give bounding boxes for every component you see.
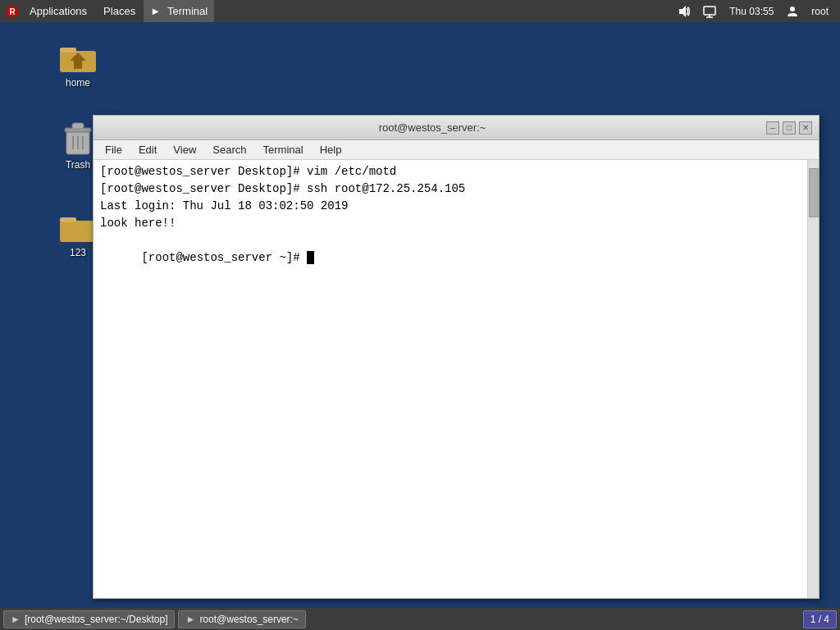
restore-button[interactable]: □	[783, 121, 796, 135]
folder-123-label: 123	[70, 247, 86, 258]
terminal-content[interactable]: [root@westos_server Desktop]# vim /etc/m…	[94, 160, 819, 598]
taskbar-item-root-label: root@westos_server:~	[199, 614, 299, 625]
svg-rect-13	[72, 123, 84, 129]
svg-rect-8	[60, 48, 76, 52]
username-label: root	[806, 0, 833, 22]
terminal-titlebar: root@westos_server:~ – □ ✕	[94, 116, 819, 140]
terminal-cursor	[307, 251, 314, 264]
home-folder-icon	[58, 36, 98, 75]
menu-file[interactable]: File	[97, 142, 130, 158]
svg-marker-2	[679, 6, 686, 17]
places-menu[interactable]: Places	[95, 0, 144, 22]
term-line-3: Last login: Thu Jul 18 03:02:50 2019	[100, 198, 812, 215]
term-line-5: [root@westos_server ~]#	[100, 232, 812, 284]
top-panel-right: Thu 03:55 root	[672, 0, 840, 22]
menu-terminal[interactable]: Terminal	[255, 142, 312, 158]
window-controls: – □ ✕	[765, 121, 812, 135]
terminal-tab-label: Terminal	[167, 5, 208, 17]
term-line-4: look here!!	[100, 215, 812, 232]
top-panel-left: R Applications Places ► Terminal	[0, 0, 672, 22]
svg-rect-10	[74, 61, 82, 69]
trash-icon-label: Trash	[66, 159, 90, 171]
terminal-title: root@westos_server:~	[100, 121, 765, 134]
terminal-panel-tab[interactable]: ► Terminal	[144, 0, 214, 22]
folder-123-icon	[58, 206, 98, 245]
display-icon[interactable]	[698, 0, 721, 22]
applications-menu[interactable]: Applications	[21, 0, 95, 22]
menu-search[interactable]: Search	[204, 142, 254, 158]
desktop-icon-home[interactable]: home	[45, 33, 111, 92]
terminal-tab-icon: ►	[150, 5, 161, 17]
distro-logo[interactable]: R	[3, 2, 21, 21]
svg-text:R: R	[9, 7, 16, 16]
minimize-button[interactable]: –	[766, 121, 779, 135]
menu-view[interactable]: View	[165, 142, 204, 158]
taskbar-item-root[interactable]: ► root@westos_server:~	[178, 610, 305, 628]
user-icon[interactable]	[782, 0, 803, 22]
term-prompt: [root@westos_server ~]#	[141, 251, 307, 264]
top-panel: R Applications Places ► Terminal	[0, 0, 840, 22]
workspace-pager[interactable]: 1 / 4	[803, 610, 837, 628]
taskbar-terminal-icon1: ►	[11, 614, 21, 625]
pager-label: 1 / 4	[810, 614, 829, 625]
terminal-menubar: File Edit View Search Terminal Help	[94, 140, 819, 160]
taskbar-item-desktop-label: [root@westos_server:~/Desktop]	[25, 614, 168, 625]
close-button[interactable]: ✕	[799, 121, 812, 135]
home-icon-label: home	[66, 77, 90, 89]
bottom-taskbar: ► [root@westos_server:~/Desktop] ► root@…	[0, 608, 840, 630]
terminal-scrollbar[interactable]	[807, 160, 819, 598]
volume-icon[interactable]	[672, 0, 695, 22]
menu-help[interactable]: Help	[312, 142, 350, 158]
svg-point-6	[790, 7, 795, 11]
datetime-label: Thu 03:55	[724, 0, 778, 22]
taskbar-terminal-icon2: ►	[185, 614, 195, 625]
taskbar-item-desktop[interactable]: ► [root@westos_server:~/Desktop]	[3, 610, 175, 628]
terminal-window: root@westos_server:~ – □ ✕ File Edit Vie…	[93, 115, 819, 599]
scrollbar-thumb[interactable]	[809, 168, 819, 217]
term-line-1: [root@westos_server Desktop]# vim /etc/m…	[100, 163, 812, 180]
trash-icon	[58, 118, 98, 158]
svg-rect-18	[60, 217, 76, 222]
svg-rect-17	[60, 221, 96, 242]
menu-edit[interactable]: Edit	[130, 142, 165, 158]
svg-rect-3	[704, 7, 715, 15]
term-line-2: [root@westos_server Desktop]# ssh root@1…	[100, 180, 812, 198]
